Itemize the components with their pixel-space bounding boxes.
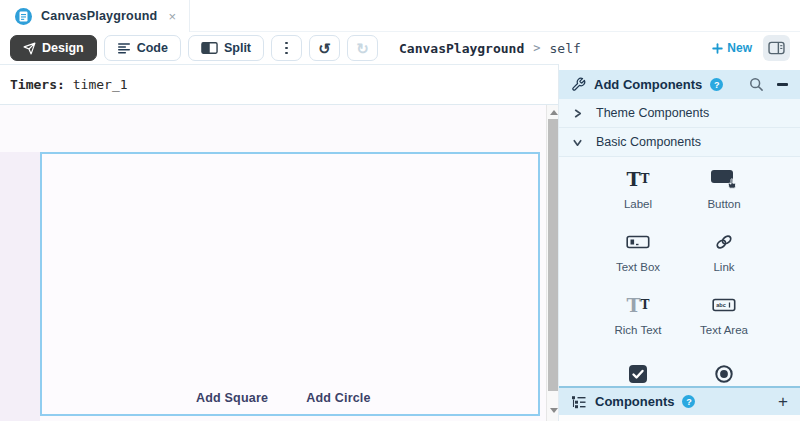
code-button-label: Code <box>137 41 168 55</box>
text-area-icon: abc <box>712 293 736 317</box>
rich-text-icon: TT <box>626 293 649 317</box>
scroll-down-icon[interactable] <box>550 408 558 413</box>
chevron-down-icon <box>572 137 583 148</box>
tab-title: CanvasPlayground <box>41 9 157 23</box>
label-text-icon: TT <box>626 167 649 191</box>
text-box-icon <box>626 230 650 254</box>
design-viewport: Add Square Add Circle <box>0 105 558 421</box>
split-view-icon <box>201 41 218 55</box>
component-label: Button <box>707 198 740 210</box>
add-square-link[interactable]: Add Square <box>196 391 268 405</box>
kebab-menu-icon <box>285 42 288 55</box>
form-file-icon <box>15 8 32 25</box>
wrench-icon <box>571 77 586 92</box>
components-tree-header[interactable]: Components ? + <box>559 386 800 415</box>
breadcrumb-separator: > <box>533 41 540 55</box>
tab-bar: CanvasPlayground × <box>0 0 800 32</box>
sidebar-layout-icon <box>768 41 785 55</box>
collapse-icon[interactable] <box>777 83 788 86</box>
sparkle-plus-icon <box>712 43 723 54</box>
canvas-links-row: Add Square Add Circle <box>196 391 371 405</box>
app-window: CanvasPlayground × Design Code Split <box>0 0 800 421</box>
component-item-text-box[interactable]: Text Box <box>595 220 681 283</box>
breadcrumb-app[interactable]: CanvasPlayground <box>399 41 524 56</box>
component-item-rich-text[interactable]: TT Rich Text <box>595 283 681 346</box>
component-label: Text Area <box>700 324 748 336</box>
tab-close-icon[interactable]: × <box>168 9 176 24</box>
component-label: Rich Text <box>614 324 661 336</box>
link-icon <box>712 230 736 254</box>
help-badge[interactable]: ? <box>710 78 723 91</box>
breadcrumb-page[interactable]: self <box>550 41 581 56</box>
section-theme-label: Theme Components <box>596 106 709 120</box>
timers-label: Timers: <box>10 77 65 92</box>
radio-icon <box>714 362 734 386</box>
components-tree-title: Components <box>595 394 674 409</box>
tab-canvasplayground[interactable]: CanvasPlayground × <box>0 0 190 32</box>
add-components-header[interactable]: Add Components ? <box>559 70 800 99</box>
redo-button[interactable]: ↻ <box>347 35 378 61</box>
breadcrumb: CanvasPlayground > self <box>399 41 581 56</box>
component-item-label[interactable]: TT Label <box>595 157 681 220</box>
add-circle-link[interactable]: Add Circle <box>306 391 371 405</box>
design-button[interactable]: Design <box>10 35 97 61</box>
section-theme-components[interactable]: Theme Components <box>559 99 800 128</box>
toolbar-right-group: New <box>712 35 790 61</box>
scroll-up-icon[interactable] <box>550 110 558 115</box>
scrollbar-thumb[interactable] <box>548 119 558 391</box>
split-button[interactable]: Split <box>188 35 264 61</box>
header-actions <box>749 77 788 92</box>
chevron-right-icon <box>572 108 583 119</box>
search-icon[interactable] <box>749 77 764 92</box>
design-button-label: Design <box>42 41 84 55</box>
canvas-gutter <box>0 152 40 421</box>
component-label: Link <box>713 261 734 273</box>
button-click-icon <box>711 167 737 191</box>
add-components-panel: Add Components ? Theme Components Basic … <box>558 64 800 421</box>
sidebar-bottom-strip <box>559 415 800 421</box>
component-item-text-area[interactable]: abc Text Area <box>681 283 767 346</box>
canvas-component[interactable]: Add Square Add Circle <box>40 152 540 416</box>
editor-toolbar: Design Code Split ↺ ↻ CanvasPlayground >… <box>0 32 800 65</box>
component-item-link[interactable]: Link <box>681 220 767 283</box>
redo-icon: ↻ <box>356 41 369 56</box>
vertical-scrollbar[interactable] <box>546 105 558 421</box>
add-components-title: Add Components <box>594 77 702 92</box>
tree-list-icon <box>571 395 587 409</box>
send-icon <box>23 42 36 55</box>
new-button-label: New <box>727 41 752 55</box>
help-badge[interactable]: ? <box>682 395 695 408</box>
component-item-radio-button[interactable] <box>681 346 767 386</box>
new-button[interactable]: New <box>712 41 752 55</box>
component-label: Text Box <box>616 261 660 273</box>
component-item-check-box[interactable] <box>595 346 681 386</box>
split-button-label: Split <box>224 41 251 55</box>
add-component-plus-icon[interactable]: + <box>778 393 788 410</box>
code-button[interactable]: Code <box>104 35 181 61</box>
svg-text:abc: abc <box>716 302 726 308</box>
undo-icon: ↺ <box>318 41 331 56</box>
undo-button[interactable]: ↺ <box>309 35 340 61</box>
panel-toggle-button[interactable] <box>763 35 790 61</box>
timers-bar: Timers: timer_1 <box>0 65 558 105</box>
section-basic-components[interactable]: Basic Components <box>559 128 800 157</box>
component-item-button[interactable]: Button <box>681 157 767 220</box>
checkbox-icon <box>628 362 648 386</box>
timer-item[interactable]: timer_1 <box>73 77 128 92</box>
code-lines-icon <box>117 41 131 55</box>
more-options-button[interactable] <box>271 35 302 61</box>
components-grid: TT Label Button Text Box <box>559 157 800 386</box>
component-label: Label <box>624 198 652 210</box>
section-basic-label: Basic Components <box>596 135 701 149</box>
